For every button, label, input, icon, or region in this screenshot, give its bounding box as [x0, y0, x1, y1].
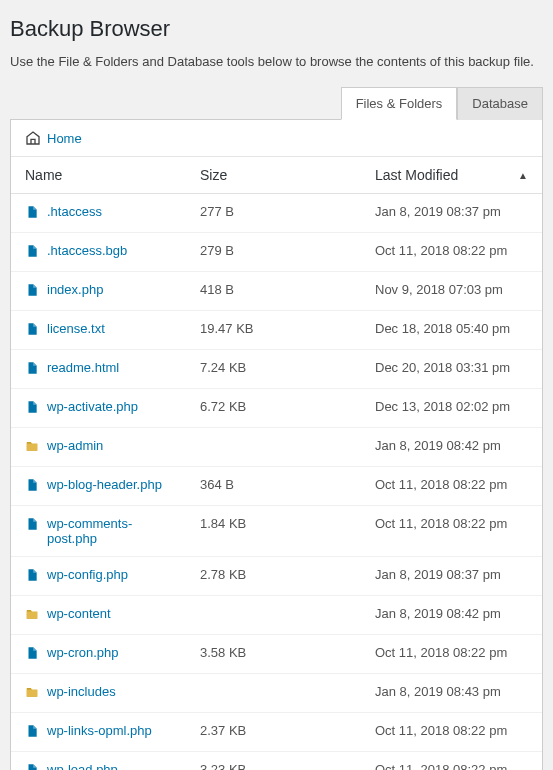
table-row: wp-includesJan 8, 2019 08:43 pm — [11, 674, 542, 713]
cell-size: 3.23 KB — [186, 752, 361, 771]
table-row: wp-config.php2.78 KBJan 8, 2019 08:37 pm — [11, 557, 542, 596]
file-link[interactable]: license.txt — [47, 321, 105, 336]
folder-link[interactable]: wp-includes — [47, 684, 116, 699]
column-header-size-label: Size — [200, 167, 227, 183]
table-row: wp-load.php3.23 KBOct 11, 2018 08:22 pm — [11, 752, 542, 771]
file-icon — [25, 204, 39, 222]
column-header-size[interactable]: Size — [186, 157, 361, 194]
table-row: index.php418 BNov 9, 2018 07:03 pm — [11, 272, 542, 311]
cell-size: 2.78 KB — [186, 557, 361, 596]
table-row: wp-activate.php6.72 KBDec 13, 2018 02:02… — [11, 389, 542, 428]
file-link[interactable]: readme.html — [47, 360, 119, 375]
table-row: .htaccess277 BJan 8, 2019 08:37 pm — [11, 194, 542, 233]
file-icon — [25, 645, 39, 663]
home-icon — [25, 130, 41, 146]
file-link[interactable]: wp-activate.php — [47, 399, 138, 414]
file-icon — [25, 321, 39, 339]
table-row: wp-adminJan 8, 2019 08:42 pm — [11, 428, 542, 467]
cell-modified: Dec 13, 2018 02:02 pm — [361, 389, 542, 428]
cell-modified: Oct 11, 2018 08:22 pm — [361, 752, 542, 771]
cell-modified: Oct 11, 2018 08:22 pm — [361, 506, 542, 557]
table-row: wp-cron.php3.58 KBOct 11, 2018 08:22 pm — [11, 635, 542, 674]
file-icon — [25, 243, 39, 261]
file-link[interactable]: wp-links-opml.php — [47, 723, 152, 738]
cell-size: 364 B — [186, 467, 361, 506]
column-header-name[interactable]: Name — [11, 157, 186, 194]
cell-modified: Oct 11, 2018 08:22 pm — [361, 233, 542, 272]
page-title: Backup Browser — [10, 16, 543, 42]
file-icon — [25, 516, 39, 534]
file-link[interactable]: wp-load.php — [47, 762, 118, 770]
file-icon — [25, 567, 39, 585]
file-icon — [25, 282, 39, 300]
file-link[interactable]: wp-config.php — [47, 567, 128, 582]
folder-link[interactable]: wp-content — [47, 606, 111, 621]
file-icon — [25, 399, 39, 417]
cell-size — [186, 674, 361, 713]
sort-ascending-icon: ▲ — [518, 170, 528, 181]
folder-icon — [25, 606, 39, 624]
folder-icon — [25, 438, 39, 456]
cell-modified: Jan 8, 2019 08:42 pm — [361, 596, 542, 635]
cell-modified: Jan 8, 2019 08:37 pm — [361, 557, 542, 596]
cell-modified: Jan 8, 2019 08:43 pm — [361, 674, 542, 713]
cell-modified: Jan 8, 2019 08:42 pm — [361, 428, 542, 467]
file-link[interactable]: .htaccess.bgb — [47, 243, 127, 258]
breadcrumb: Home — [11, 120, 542, 157]
table-row: readme.html7.24 KBDec 20, 2018 03:31 pm — [11, 350, 542, 389]
cell-size — [186, 428, 361, 467]
folder-link[interactable]: wp-admin — [47, 438, 103, 453]
page-description: Use the File & Folders and Database tool… — [10, 54, 543, 69]
column-header-name-label: Name — [25, 167, 62, 183]
tab-database[interactable]: Database — [457, 87, 543, 120]
file-link[interactable]: wp-cron.php — [47, 645, 119, 660]
file-link[interactable]: wp-comments-post.php — [47, 516, 172, 546]
cell-size: 1.84 KB — [186, 506, 361, 557]
cell-modified: Oct 11, 2018 08:22 pm — [361, 713, 542, 752]
file-link[interactable]: index.php — [47, 282, 103, 297]
table-row: wp-blog-header.php364 BOct 11, 2018 08:2… — [11, 467, 542, 506]
cell-modified: Oct 11, 2018 08:22 pm — [361, 635, 542, 674]
folder-icon — [25, 684, 39, 702]
column-header-modified-label: Last Modified — [375, 167, 458, 183]
file-icon — [25, 762, 39, 770]
column-header-modified[interactable]: Last Modified ▲ — [361, 157, 542, 194]
cell-modified: Dec 20, 2018 03:31 pm — [361, 350, 542, 389]
file-icon — [25, 477, 39, 495]
table-row: .htaccess.bgb279 BOct 11, 2018 08:22 pm — [11, 233, 542, 272]
cell-size: 279 B — [186, 233, 361, 272]
cell-modified: Dec 18, 2018 05:40 pm — [361, 311, 542, 350]
table-row: wp-links-opml.php2.37 KBOct 11, 2018 08:… — [11, 713, 542, 752]
file-table: Name Size Last Modified ▲ .htaccess277 B… — [11, 157, 542, 770]
cell-modified: Jan 8, 2019 08:37 pm — [361, 194, 542, 233]
cell-size: 6.72 KB — [186, 389, 361, 428]
tab-files-folders[interactable]: Files & Folders — [341, 87, 458, 120]
file-link[interactable]: .htaccess — [47, 204, 102, 219]
file-browser-panel: Home Name Size Last Modified ▲ .htaccess — [10, 119, 543, 770]
table-row: wp-contentJan 8, 2019 08:42 pm — [11, 596, 542, 635]
cell-size: 7.24 KB — [186, 350, 361, 389]
cell-size: 418 B — [186, 272, 361, 311]
cell-modified: Nov 9, 2018 07:03 pm — [361, 272, 542, 311]
cell-size: 2.37 KB — [186, 713, 361, 752]
tabs: Files & Folders Database — [10, 87, 543, 120]
cell-size: 19.47 KB — [186, 311, 361, 350]
cell-size: 277 B — [186, 194, 361, 233]
cell-modified: Oct 11, 2018 08:22 pm — [361, 467, 542, 506]
table-row: wp-comments-post.php1.84 KBOct 11, 2018 … — [11, 506, 542, 557]
cell-size — [186, 596, 361, 635]
cell-size: 3.58 KB — [186, 635, 361, 674]
file-icon — [25, 723, 39, 741]
breadcrumb-home-link[interactable]: Home — [47, 131, 82, 146]
file-icon — [25, 360, 39, 378]
file-link[interactable]: wp-blog-header.php — [47, 477, 162, 492]
table-row: license.txt19.47 KBDec 18, 2018 05:40 pm — [11, 311, 542, 350]
